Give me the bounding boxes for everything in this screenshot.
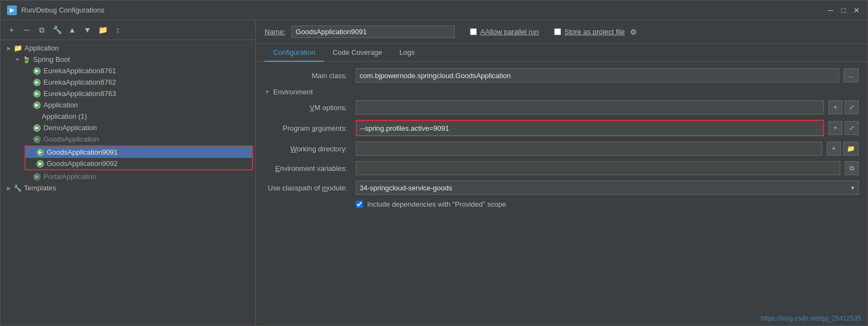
store-project-group: Store as project file ⚙	[554, 28, 637, 36]
program-args-icons: + ⤢	[828, 121, 859, 135]
run-debug-window: ▶ Run/Debug Configurations ─ □ ✕ + ─ ⧉ 🔧…	[0, 0, 868, 326]
name-field-label: Name:	[265, 28, 285, 36]
tree-item-goods9092[interactable]: ▶ ▶ GoodsApplication9092	[26, 158, 252, 169]
vm-expand-button[interactable]: +	[828, 100, 842, 114]
include-deps-row: Include dependencies with "Provided" sco…	[265, 200, 859, 208]
working-dir-row: Working directory: + 📁	[265, 142, 859, 156]
tab-configuration[interactable]: Configuration	[265, 44, 324, 62]
tree-item-app-node[interactable]: ▶ ▶ Application	[1, 99, 255, 111]
program-args-input[interactable]	[357, 121, 823, 135]
settings-button[interactable]: 🔧	[51, 23, 64, 36]
expand-arrow-application: ▶	[5, 44, 12, 52]
working-dir-label: Working directory:	[265, 145, 351, 153]
main-class-input[interactable]	[356, 68, 839, 82]
minimize-button[interactable]: ─	[826, 6, 835, 15]
dir-browse-button[interactable]: 📁	[843, 142, 859, 156]
vm-fullscreen-button[interactable]: ⤢	[845, 100, 859, 114]
allow-parallel-checkbox[interactable]	[470, 28, 477, 35]
tab-bar: Configuration Code Coverage Logs	[256, 44, 867, 62]
add-button[interactable]: +	[5, 23, 18, 36]
args-expand-button[interactable]: +	[828, 121, 842, 135]
tree-label-demo: DemoApplication	[43, 124, 97, 132]
working-dir-input[interactable]	[356, 142, 822, 156]
tab-logs[interactable]: Logs	[391, 44, 423, 62]
tree-label-goods: GoodsApplication	[43, 135, 99, 143]
tree-label-app-1: Application (1)	[42, 112, 87, 120]
tree-label-templates: Templates	[24, 184, 56, 192]
dir-add-button[interactable]: +	[827, 142, 841, 156]
tree-label-application-group: Application	[24, 44, 59, 52]
name-input[interactable]	[292, 25, 455, 38]
maximize-button[interactable]: □	[839, 6, 848, 15]
folder-icon-application: 📁	[14, 44, 22, 52]
vm-options-icons: + ⤢	[828, 100, 859, 114]
environment-label: Environment	[273, 88, 313, 96]
include-deps-checkbox[interactable]	[356, 201, 363, 208]
tab-code-coverage[interactable]: Code Coverage	[324, 44, 391, 62]
tree-label-eureka8761: EurekaApplication8761	[43, 67, 116, 75]
vm-options-input[interactable]	[356, 100, 824, 114]
copy-button[interactable]: ⧉	[35, 23, 48, 36]
form-area: Main class: ... ▼ Environment VM options…	[256, 62, 867, 311]
env-expand-arrow: ▼	[265, 89, 270, 95]
sort-button[interactable]: ↕	[111, 23, 124, 36]
tree-label-eureka8763: EurekaApplication8763	[43, 90, 116, 98]
tree-label-portal: PortalApplication	[43, 172, 97, 181]
env-vars-row: Environment variables: ⧉	[265, 161, 859, 175]
expand-arrow-spring-boot: ▼	[14, 56, 21, 63]
main-class-label: Main class:	[265, 72, 351, 80]
classpath-select-wrapper: 34-springcloud-service-goods	[356, 181, 859, 195]
left-panel: + ─ ⧉ 🔧 ▲ ▼ 📁 ↕ ▶ 📁 Application	[1, 20, 256, 325]
env-vars-input[interactable]	[356, 161, 840, 175]
tree-toolbar: + ─ ⧉ 🔧 ▲ ▼ 📁 ↕	[1, 20, 255, 40]
highlighted-group: ▶ ▶ GoodsApplication9091 ▶ ▶ GoodsApplic…	[24, 145, 253, 170]
spring-icon-goods9092: ▶	[36, 160, 44, 168]
program-args-row: Program arguments: + ⤢	[265, 120, 859, 136]
tree-item-demo[interactable]: ▶ ▶ DemoApplication	[1, 122, 255, 133]
close-button[interactable]: ✕	[852, 6, 861, 15]
program-args-label: Program arguments:	[265, 124, 351, 132]
gear-button[interactable]: ⚙	[630, 28, 637, 36]
classpath-label: Use classpath of module:	[265, 184, 351, 192]
tree-item-eureka8761[interactable]: ▶ ▶ EurekaApplication8761	[1, 65, 255, 76]
store-project-label: Store as project file	[564, 28, 625, 36]
tree-item-eureka8762[interactable]: ▶ ▶ EurekaApplication8762	[1, 76, 255, 88]
spring-icon-eureka8761: ▶	[33, 67, 41, 75]
remove-button[interactable]: ─	[20, 23, 33, 36]
main-class-browse-button[interactable]: ...	[844, 68, 859, 82]
allow-parallel-group: AAllow parallel run	[470, 28, 539, 36]
working-dir-icons: + 📁	[827, 142, 859, 156]
env-vars-icons: ⧉	[845, 161, 859, 175]
tree-label-app-node: Application	[43, 101, 78, 109]
allow-parallel-label: AAllow parallel run	[480, 28, 539, 36]
tree-item-app-1[interactable]: ▶ Application (1)	[1, 111, 255, 122]
expand-arrow-templates: ▶	[5, 184, 12, 192]
tree-item-spring-boot[interactable]: ▼ 🍃 Spring Boot	[1, 54, 255, 65]
name-header: Name: AAllow parallel run Store as proje…	[256, 20, 867, 44]
env-vars-label: Environment variables:	[265, 164, 351, 172]
args-fullscreen-button[interactable]: ⤢	[845, 121, 859, 135]
spring-icon-goods9091: ▶	[36, 149, 44, 156]
spring-icon-eureka8763: ▶	[33, 90, 41, 98]
tree-item-application-group[interactable]: ▶ 📁 Application	[1, 42, 255, 54]
tree-item-portal[interactable]: ▶ ▶ PortalApplication	[1, 171, 255, 182]
move-up-button[interactable]: ▲	[66, 23, 79, 36]
program-args-highlight-box	[356, 120, 824, 136]
spring-boot-icon: 🍃	[22, 56, 30, 63]
title-bar: ▶ Run/Debug Configurations ─ □ ✕	[1, 1, 867, 20]
tree-item-goods9091[interactable]: ▶ ▶ GoodsApplication9091	[26, 146, 252, 158]
tree-item-eureka8763[interactable]: ▶ ▶ EurekaApplication8763	[1, 88, 255, 99]
spring-icon-demo: ▶	[33, 124, 41, 132]
tree-item-templates[interactable]: ▶ 🔧 Templates	[1, 182, 255, 194]
classpath-select[interactable]: 34-springcloud-service-goods	[356, 181, 859, 195]
folder-button[interactable]: 📁	[96, 23, 109, 36]
store-project-checkbox[interactable]	[554, 28, 561, 35]
move-down-button[interactable]: ▼	[81, 23, 94, 36]
vm-options-row: VM options: + ⤢	[265, 100, 859, 114]
tree-item-goods[interactable]: ▶ ▶ GoodsApplication	[1, 133, 255, 145]
env-copy-button[interactable]: ⧉	[845, 161, 859, 175]
vm-options-label: VM options:	[265, 104, 351, 112]
environment-section: ▼ Environment	[265, 88, 859, 96]
tree-label-eureka8762: EurekaApplication8762	[43, 78, 116, 86]
include-deps-label: Include dependencies with "Provided" sco…	[367, 200, 506, 208]
